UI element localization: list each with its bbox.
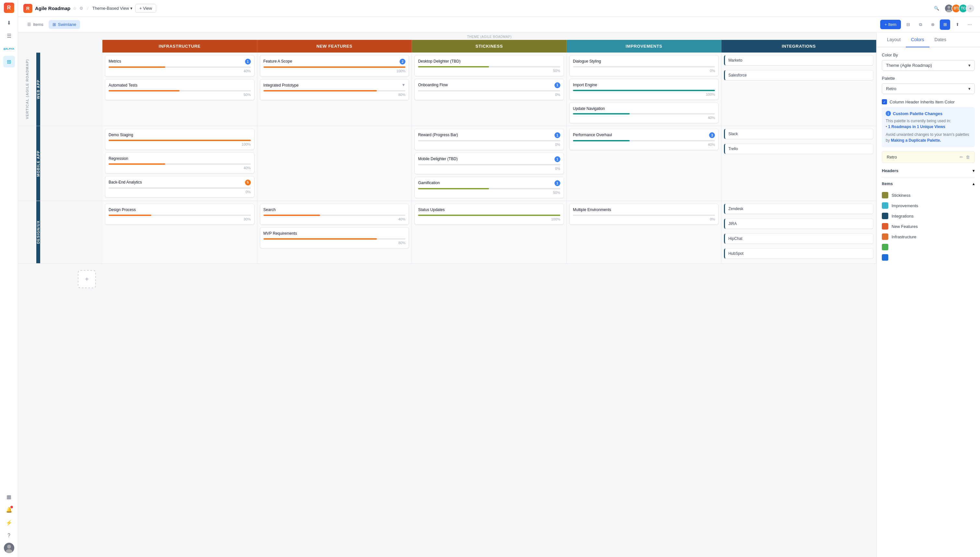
checkbox-label: Column Header Inherits Item Color — [890, 99, 955, 104]
card-onboarding-flow: Onboarding Flow1 0% — [414, 79, 564, 100]
swimlane-tab[interactable]: ⊞ Swimlane — [49, 20, 80, 29]
chevron-down-icon: ▾ — [130, 6, 133, 11]
tab-layout[interactable]: Layout — [882, 33, 906, 47]
app-logo[interactable]: R — [4, 3, 14, 13]
collapse-icon-btn[interactable]: ⊟ — [903, 20, 913, 30]
card-status-updates: Status Updates 100% — [414, 204, 564, 225]
topbar-actions: 🔍 DT TC + — [931, 3, 975, 14]
palette-name: Retro — [887, 155, 897, 160]
col-header-stickiness: Stickiness — [412, 40, 567, 52]
color-swatch-green[interactable] — [882, 244, 888, 250]
topbar: R Agile Roadmap ☆ ⚙ / Theme-Based View ▾… — [18, 0, 980, 17]
more-icon-btn[interactable]: ⋯ — [964, 20, 975, 30]
integration-marketo: Marketo — [724, 55, 873, 65]
board-cols-mobile: Demo Staging 100% Regression 40% Back-En… — [102, 126, 876, 201]
color-swatch-stickiness[interactable] — [882, 192, 888, 199]
palette-select[interactable]: Retro ▾ — [882, 83, 975, 94]
swimlane-title-design: DESIGN/UX — [36, 201, 40, 263]
items-tab[interactable]: ☰ Items — [23, 20, 47, 29]
search-button[interactable]: 🔍 — [931, 3, 942, 14]
sidebar-list-icon[interactable]: ☰ — [3, 30, 15, 41]
swimlane-label-col-mobile: MOBILE APP — [18, 126, 102, 201]
card-feature-a-scope: Feature A Scope2 100% — [260, 55, 409, 77]
color-swatch-integrations[interactable] — [882, 213, 888, 219]
sidebar-download-icon[interactable]: ⬇ — [3, 17, 15, 29]
headers-section[interactable]: Headers ▾ — [882, 166, 975, 176]
color-by-select[interactable]: Theme (Agile Roadmap) ▾ — [882, 60, 975, 71]
board-cols-webapp: Metrics1 40% Automated Tests 50% — [102, 52, 876, 126]
board-col-improvements-webapp: Dialogue Styling 0% Import Engine 100% U… — [567, 52, 722, 126]
sidebar-table-icon[interactable]: ▦ — [3, 491, 15, 503]
tab-dates[interactable]: Dates — [930, 33, 952, 47]
grid-view-btn[interactable]: ⊞ — [940, 20, 950, 30]
add-member-button[interactable]: + — [966, 4, 975, 13]
color-swatch-improvements[interactable] — [882, 202, 888, 209]
sidebar-alpha-icon[interactable]: αALPHA — [3, 43, 15, 54]
panel-tabs: Layout Colors Dates — [877, 33, 980, 47]
duplicate-palette-link[interactable]: Making a Duplicate Palette. — [891, 138, 941, 143]
info-link[interactable]: 1 Roadmaps in 1 Unique Views — [888, 124, 946, 129]
app-title: Agile Roadmap — [35, 5, 70, 11]
card-multiple-environments: Multiple Environments 0% — [569, 204, 719, 225]
card-search: Search 40% — [260, 204, 409, 225]
swimlane-title-col-design: DESIGN/UX — [36, 201, 56, 263]
swimlane-title-mobile: MOBILE APP — [36, 126, 40, 201]
sidebar-lightning-icon[interactable]: ⚡ — [3, 517, 15, 528]
color-item-infrastructure: Infrastructure — [882, 231, 975, 242]
swimlane-mobile-app: MOBILE APP Demo Staging 100% — [18, 126, 876, 201]
checkbox-inherit-color[interactable]: ✓ — [882, 99, 887, 104]
card-mvp-requirements: MVP Requirements 80% — [260, 227, 409, 248]
swimlane-tab-icon: ⊞ — [52, 22, 56, 27]
card-regression: Regression 40% — [105, 152, 254, 173]
group-icon-btn[interactable]: ⊗ — [928, 20, 938, 30]
filter-icon-btn[interactable]: ⧉ — [915, 20, 926, 30]
add-view-button[interactable]: + View — [135, 4, 156, 13]
swimlane-title-col-mobile: MOBILE APP — [36, 126, 56, 201]
add-swimlane-button[interactable]: + — [78, 270, 96, 288]
main-content: R Agile Roadmap ☆ ⚙ / Theme-Based View ▾… — [18, 0, 980, 557]
filter-icon: ▼ — [401, 83, 405, 87]
sidebar-board-icon[interactable]: ⊞ — [3, 56, 15, 67]
headers-label: Headers — [882, 168, 898, 173]
board-col-features-mobile — [257, 126, 412, 201]
sidebar-user-avatar[interactable] — [4, 543, 14, 553]
sidebar-notification-icon[interactable]: 🔔 — [3, 504, 15, 516]
color-swatch-blue[interactable] — [882, 254, 888, 261]
info-text: This palette is currently being used in:… — [886, 118, 971, 130]
info-box: i Custom Palette Changes This palette is… — [882, 107, 975, 147]
swimlane-web-app: VERTICAL (AGILE ROADMAP) WEB APP Metrics… — [18, 52, 876, 126]
tab-colors[interactable]: Colors — [906, 33, 929, 47]
board-col-infra-design: Design Process 30% — [102, 201, 257, 263]
color-swatch-infrastructure[interactable] — [882, 233, 888, 240]
panel-content: Color By Theme (Agile Roadmap) ▾ Palette… — [877, 47, 980, 557]
color-swatch-new-features[interactable] — [882, 223, 888, 230]
delete-palette-icon[interactable]: 🗑 — [966, 155, 970, 160]
board-col-improvements-design: Multiple Environments 0% — [567, 201, 722, 263]
color-item-blue — [882, 252, 975, 262]
items-section-header[interactable]: Items ▴ — [882, 179, 975, 189]
view-selector[interactable]: Theme-Based View ▾ — [93, 6, 133, 11]
card-metrics: Metrics1 40% — [105, 55, 254, 77]
add-item-button[interactable]: + Item — [880, 20, 901, 29]
sidebar-help-icon[interactable]: ? — [3, 530, 15, 541]
settings-icon[interactable]: ⚙ — [80, 6, 83, 11]
color-by-label: Color By — [882, 52, 975, 57]
card-gamification: Gamification1 50% — [414, 177, 564, 198]
integration-slack: Slack — [724, 129, 873, 139]
star-icon[interactable]: ☆ — [73, 6, 77, 11]
palette-label: Palette — [882, 76, 975, 81]
svg-point-0 — [7, 545, 11, 549]
board-col-features-webapp: Feature A Scope2 100% Integrated Prototy… — [257, 52, 412, 126]
color-item-new-features: New Features — [882, 221, 975, 231]
subtoolbar: ☰ Items ⊞ Swimlane + Item ⊟ ⧉ ⊗ ⊞ ⬆ ⋯ — [18, 17, 980, 33]
theme-header-row: THEME (AGILE ROADMAP) — [18, 33, 876, 40]
integration-hipchat: HipChat — [724, 233, 873, 244]
board: THEME (AGILE ROADMAP) Infrastructure New… — [18, 33, 876, 295]
color-item-green — [882, 242, 975, 252]
edit-palette-icon[interactable]: ✏ — [960, 155, 963, 160]
export-icon-btn[interactable]: ⬆ — [952, 20, 962, 30]
board-col-features-design: Search 40% MVP Requirements 80% — [257, 201, 412, 263]
swimlane-label-col-design: DESIGN/UX — [18, 201, 102, 263]
swimlane-design-ux: DESIGN/UX Design Process 30% — [18, 201, 876, 264]
integration-jira: JIRA — [724, 218, 873, 229]
